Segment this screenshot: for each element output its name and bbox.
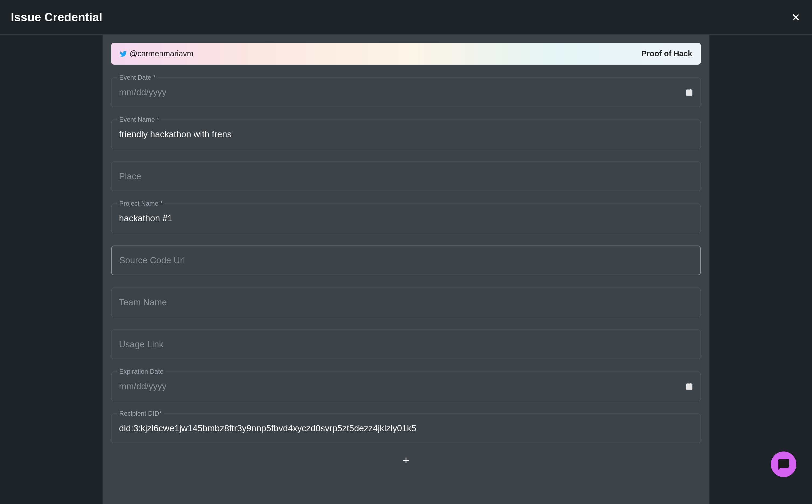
- event-name-input[interactable]: [119, 129, 693, 139]
- event-date-label: Event Date *: [117, 74, 158, 81]
- usage-link-input[interactable]: [119, 339, 693, 349]
- modal-title: Issue Credential: [11, 11, 102, 24]
- event-name-label: Event Name *: [117, 116, 161, 123]
- recipient-did-field: Recipient DID*: [111, 414, 701, 443]
- recipient-did-label: Recipient DID*: [117, 410, 164, 417]
- team-name-input-wrapper[interactable]: [111, 288, 701, 317]
- chat-fab[interactable]: [771, 451, 796, 477]
- place-field: [111, 162, 701, 191]
- badge-handle: @carmenmariavm: [129, 49, 193, 58]
- expiration-date-input[interactable]: [119, 381, 693, 391]
- expiration-date-label: Expiration Date: [117, 368, 166, 375]
- recipient-did-input[interactable]: [119, 423, 693, 433]
- add-button[interactable]: [111, 456, 701, 465]
- source-code-input[interactable]: [119, 255, 693, 265]
- content-area: @carmenmariavm Proof of Hack Event Date …: [0, 35, 812, 504]
- usage-link-input-wrapper[interactable]: [111, 330, 701, 359]
- source-code-input-wrapper[interactable]: [111, 246, 701, 275]
- badge-user: @carmenmariavm: [120, 49, 193, 58]
- chat-icon: [777, 458, 790, 471]
- event-date-input[interactable]: [119, 87, 693, 97]
- event-name-input-wrapper[interactable]: [111, 120, 701, 149]
- twitter-icon: [120, 50, 127, 57]
- modal-header: Issue Credential: [0, 0, 812, 35]
- event-date-field: Event Date *: [111, 78, 701, 107]
- event-date-input-wrapper[interactable]: [111, 78, 701, 107]
- svg-rect-2: [687, 90, 692, 96]
- event-name-field: Event Name *: [111, 120, 701, 149]
- credential-badge: @carmenmariavm Proof of Hack: [111, 43, 701, 65]
- project-name-label: Project Name *: [117, 200, 165, 207]
- team-name-input[interactable]: [119, 297, 693, 307]
- project-name-field: Project Name *: [111, 204, 701, 233]
- place-input[interactable]: [119, 171, 693, 181]
- recipient-did-input-wrapper[interactable]: [111, 414, 701, 443]
- source-code-field: [111, 246, 701, 275]
- place-input-wrapper[interactable]: [111, 162, 701, 191]
- expiration-date-field: Expiration Date: [111, 372, 701, 401]
- usage-link-field: [111, 330, 701, 359]
- plus-icon: [401, 456, 411, 465]
- calendar-icon[interactable]: [685, 383, 693, 390]
- form-panel: @carmenmariavm Proof of Hack Event Date …: [103, 35, 709, 504]
- project-name-input-wrapper[interactable]: [111, 204, 701, 233]
- calendar-icon[interactable]: [685, 89, 693, 96]
- badge-type: Proof of Hack: [641, 49, 692, 58]
- expiration-date-input-wrapper[interactable]: [111, 372, 701, 401]
- close-icon: [790, 12, 801, 23]
- svg-rect-6: [687, 384, 692, 390]
- close-button[interactable]: [790, 12, 801, 23]
- team-name-field: [111, 288, 701, 317]
- project-name-input[interactable]: [119, 213, 693, 223]
